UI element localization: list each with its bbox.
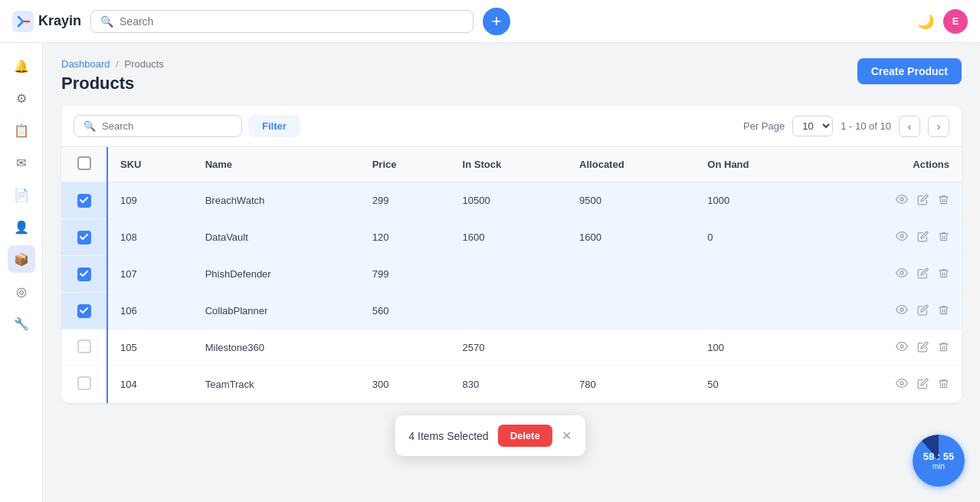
topnav-right: 🌙 E: [917, 9, 968, 34]
prev-page-button[interactable]: ‹: [899, 116, 920, 137]
edit-icon[interactable]: [917, 378, 929, 392]
logo[interactable]: Krayin: [12, 11, 81, 32]
table-cell: BreachWatch: [193, 182, 360, 219]
row-0-checkbox[interactable]: [77, 194, 91, 208]
view-icon[interactable]: [896, 340, 908, 355]
actions-cell: [818, 256, 962, 293]
sidebar-item-contacts[interactable]: 👤: [8, 213, 35, 241]
table-cell: 104: [107, 366, 193, 403]
table-cell: 1600: [567, 219, 695, 256]
row-checkbox-cell[interactable]: [61, 256, 107, 293]
select-all-checkbox[interactable]: [77, 156, 91, 170]
add-button[interactable]: +: [483, 8, 510, 35]
table-cell: 0: [695, 219, 817, 256]
sidebar-item-mail[interactable]: ✉: [8, 149, 35, 176]
table-search-input[interactable]: [102, 120, 217, 132]
sidebar-item-notifications[interactable]: 🔔: [8, 52, 35, 80]
row-checkbox-cell[interactable]: [61, 330, 107, 366]
row-checkbox-cell[interactable]: [61, 182, 107, 219]
sidebar-item-tools[interactable]: 🔧: [8, 310, 35, 337]
row-1-checkbox[interactable]: [77, 231, 91, 244]
actions-cell: [818, 330, 962, 366]
row-checkbox-cell[interactable]: [61, 293, 107, 330]
edit-icon[interactable]: [917, 194, 929, 208]
table-cell: 109: [107, 182, 193, 219]
edit-icon[interactable]: [917, 341, 929, 355]
row-checkbox-cell[interactable]: [61, 219, 107, 256]
table-cell: DataVault: [193, 219, 360, 256]
logo-icon: [12, 11, 34, 32]
table-cell: TeamTrack: [193, 366, 360, 403]
table-cell: 299: [360, 182, 451, 219]
table-cell: 560: [360, 293, 451, 330]
edit-icon[interactable]: [917, 231, 929, 244]
table-cell: 108: [107, 219, 193, 256]
delete-icon[interactable]: [938, 231, 949, 244]
filter-button[interactable]: Filter: [248, 115, 300, 137]
view-icon[interactable]: [896, 303, 908, 318]
svg-point-1: [900, 198, 903, 201]
table-row: 108DataVault120160016000: [61, 219, 962, 256]
page-header: Dashboard / Products Products Create Pro…: [61, 58, 962, 94]
avatar[interactable]: E: [943, 9, 968, 34]
per-page-label: Per Page: [743, 120, 785, 132]
row-5-checkbox[interactable]: [77, 376, 91, 390]
breadcrumb-parent[interactable]: Dashboard: [61, 58, 110, 70]
delete-icon[interactable]: [938, 304, 949, 318]
table-cell: CollabPlanner: [193, 293, 360, 330]
edit-icon[interactable]: [917, 267, 929, 281]
table-cell: 120: [360, 219, 451, 256]
delete-icon[interactable]: [938, 378, 949, 392]
svg-point-3: [900, 271, 903, 274]
view-icon[interactable]: [896, 267, 908, 281]
delete-icon[interactable]: [938, 194, 949, 208]
sidebar-item-products[interactable]: 📦: [8, 245, 35, 273]
per-page-select[interactable]: 10 25 50: [792, 116, 833, 136]
delete-icon[interactable]: [938, 341, 949, 355]
table-row: 109BreachWatch2991050095001000: [61, 182, 962, 219]
sidebar-item-settings[interactable]: ⚙: [8, 84, 35, 112]
sidebar: 🔔 ⚙ 📋 ✉ 📄 👤 📦 ◎ 🔧: [0, 43, 43, 502]
actions-cell: [818, 182, 962, 219]
view-icon[interactable]: [896, 230, 908, 244]
table-cell: 100: [695, 330, 817, 366]
allocated-header: Allocated: [567, 147, 695, 182]
global-search-input[interactable]: [120, 15, 464, 28]
sidebar-item-analytics[interactable]: ◎: [8, 277, 35, 305]
price-header: Price: [360, 147, 451, 182]
table-cell: [695, 256, 817, 293]
selection-toast: 4 Items Selected Delete ✕: [395, 415, 585, 456]
view-icon[interactable]: [896, 377, 908, 392]
table-cell: 1600: [451, 219, 568, 256]
select-all-header[interactable]: [61, 147, 107, 182]
selected-count-label: 4 Items Selected: [408, 430, 488, 442]
table-cell: 9500: [567, 182, 695, 219]
actions-cell: [818, 366, 962, 403]
delete-icon[interactable]: [938, 267, 949, 281]
close-toast-icon[interactable]: ✕: [562, 428, 572, 443]
table-search-icon: 🔍: [84, 120, 96, 132]
sidebar-item-tasks[interactable]: 📋: [8, 116, 35, 144]
search-icon: 🔍: [100, 15, 113, 28]
timer-widget[interactable]: 58 : 55 min: [913, 435, 965, 487]
next-page-button[interactable]: ›: [928, 116, 949, 137]
row-2-checkbox[interactable]: [77, 267, 91, 281]
table-cell: Milestone360: [193, 330, 360, 366]
table-cell: 300: [360, 366, 451, 403]
create-product-button[interactable]: Create Product: [857, 58, 962, 84]
table-cell: 1000: [695, 182, 817, 219]
edit-icon[interactable]: [917, 304, 929, 318]
svg-point-4: [900, 308, 903, 311]
breadcrumb-separator: /: [116, 58, 119, 70]
row-3-checkbox[interactable]: [77, 304, 91, 318]
table-cell: PhishDefender: [193, 256, 360, 293]
sidebar-item-documents[interactable]: 📄: [8, 181, 35, 208]
bulk-delete-button[interactable]: Delete: [498, 425, 552, 447]
row-checkbox-cell[interactable]: [61, 366, 107, 403]
table-cell: 106: [107, 293, 193, 330]
theme-toggle-icon[interactable]: 🌙: [917, 13, 934, 30]
table-cell: [360, 330, 451, 366]
row-4-checkbox[interactable]: [77, 340, 91, 353]
view-icon[interactable]: [896, 193, 908, 208]
table-cell: 107: [107, 256, 193, 293]
